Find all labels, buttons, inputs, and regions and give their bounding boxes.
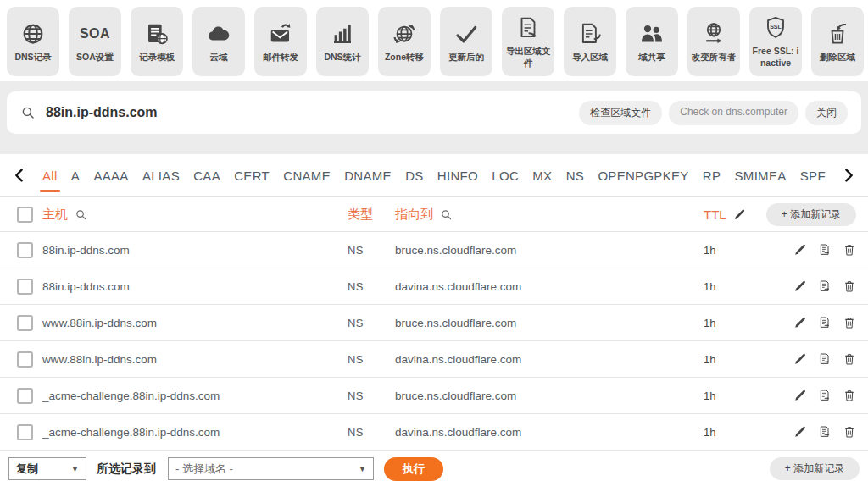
target-domain-select[interactable]: - 选择域名 - ▼ — [168, 457, 374, 480]
toolbar-button-updated[interactable]: 更新后的 — [440, 7, 492, 76]
toolbar-button-label: DNS统计 — [324, 52, 360, 63]
toolbar-button-label: 邮件转发 — [263, 52, 298, 63]
copy-record-icon[interactable] — [818, 243, 832, 257]
toolbar-button-label: 删除区域 — [820, 52, 855, 63]
copy-record-icon[interactable] — [818, 316, 832, 329]
row-type: NS — [348, 280, 395, 293]
tab-mx[interactable]: MX — [532, 169, 552, 183]
toolbar-button-free-ssl[interactable]: Free SSL: inactive — [749, 7, 802, 76]
tab-dname[interactable]: DNAME — [344, 169, 392, 183]
add-new-record-button[interactable]: + 添加新记录 — [766, 203, 856, 226]
tab-ns[interactable]: NS — [566, 169, 584, 183]
row-type: NS — [348, 317, 395, 329]
host-search-icon[interactable] — [75, 208, 87, 221]
value-search-icon[interactable] — [440, 208, 453, 221]
copy-record-icon[interactable] — [818, 352, 832, 366]
soa-text-icon: SOA — [80, 20, 110, 47]
tab-hinfo[interactable]: HINFO — [437, 169, 478, 183]
copy-record-icon[interactable] — [818, 425, 832, 439]
bulk-action-value: 复制 — [16, 462, 38, 477]
zone-search-bar: 检查区域文件 Check on dns.computer 关闭 — [7, 91, 861, 134]
close-button[interactable]: 关闭 — [805, 101, 848, 125]
tab-caa[interactable]: CAA — [193, 169, 220, 183]
tab-all[interactable]: All — [42, 169, 58, 183]
row-type: NS — [348, 244, 395, 257]
table-row: 88in.ip-ddns.com NS davina.ns.cloudflare… — [0, 268, 868, 305]
edit-record-icon[interactable] — [793, 279, 807, 293]
toolbar-button-dns-stats[interactable]: DNS统计 — [316, 7, 369, 76]
row-ttl: 1h — [704, 317, 763, 329]
toolbar-button-record-templates[interactable]: 记录模板 — [131, 7, 183, 76]
tab-rp[interactable]: RP — [703, 169, 721, 183]
row-ttl: 1h — [704, 280, 763, 293]
row-checkbox[interactable] — [17, 388, 33, 404]
row-ttl: 1h — [704, 426, 763, 439]
toolbar-button-cloud-domains[interactable]: 云域 — [192, 7, 245, 76]
row-checkbox[interactable] — [17, 242, 33, 258]
table-row: www.88in.ip-ddns.com NS davina.ns.cloudf… — [0, 341, 868, 378]
zone-search-input[interactable] — [44, 104, 579, 121]
delete-record-icon[interactable] — [843, 389, 856, 402]
edit-record-icon[interactable] — [793, 425, 807, 439]
tab-ds[interactable]: DS — [405, 169, 423, 183]
toolbar-button-import-zone[interactable]: 导入区域 — [564, 7, 616, 76]
tab-a[interactable]: A — [71, 169, 80, 183]
tab-cert[interactable]: CERT — [234, 169, 270, 183]
toolbar-button-dns-records[interactable]: DNS记录 — [7, 7, 59, 76]
tab-alias[interactable]: ALIAS — [142, 169, 180, 183]
delete-record-icon[interactable] — [843, 316, 856, 329]
delete-record-icon[interactable] — [843, 279, 856, 293]
toolbar-button-label: 导入区域 — [572, 52, 608, 63]
toolbar-button-label: 导出区域文件 — [504, 46, 553, 68]
toolbar-button-zone-transfer[interactable]: Zone转移 — [378, 7, 431, 76]
tab-openpgpkey[interactable]: OPENPGPKEY — [598, 169, 688, 183]
check-zone-file-button[interactable]: 检查区域文件 — [579, 101, 662, 125]
execute-button[interactable]: 执行 — [384, 457, 443, 481]
tab-spf[interactable]: SPF — [800, 169, 826, 183]
tab-smimea[interactable]: SMIMEA — [735, 169, 787, 183]
toolbar-button-label: Free SSL: inactive — [751, 46, 800, 68]
edit-record-icon[interactable] — [793, 352, 807, 366]
check-on-dns-computer-button[interactable]: Check on dns.computer — [669, 101, 798, 125]
edit-record-icon[interactable] — [793, 243, 807, 257]
toolbar-button-mail-forwarding[interactable]: 邮件转发 — [254, 7, 307, 76]
cloud-icon — [206, 20, 231, 47]
row-ttl: 1h — [704, 390, 763, 402]
delete-record-icon[interactable] — [843, 352, 856, 366]
change-owner-icon — [701, 20, 726, 47]
delete-record-icon[interactable] — [843, 243, 856, 257]
mail-forward-icon — [268, 20, 293, 47]
toolbar-button-soa-settings[interactable]: SOA SOA设置 — [69, 7, 121, 76]
table-row: _acme-challenge.88in.ip-ddns.com NS davi… — [0, 414, 868, 451]
chevron-right-icon[interactable] — [841, 168, 856, 183]
tab-aaaa[interactable]: AAAA — [93, 169, 128, 183]
row-type: NS — [348, 390, 395, 402]
chevron-left-icon[interactable] — [12, 168, 27, 183]
toolbar-button-change-owner[interactable]: 改变所有者 — [687, 7, 740, 76]
toolbar-button-label: 更新后的 — [448, 52, 484, 63]
toolbar-button-domain-sharing[interactable]: 域共享 — [626, 7, 678, 76]
bulk-action-select[interactable]: 复制 ▼ — [8, 457, 86, 480]
select-all-checkbox[interactable] — [17, 207, 33, 223]
row-checkbox[interactable] — [17, 351, 33, 368]
toolbar-button-delete-zone[interactable]: 删除区域 — [811, 7, 864, 76]
tab-loc[interactable]: LOC — [492, 169, 519, 183]
add-new-record-button-bottom[interactable]: + 添加新记录 — [770, 457, 860, 480]
dns-zone-editor-page: DNS记录 SOA SOA设置 记录模板 云域 邮件转发 DNS统计 Zone转… — [0, 0, 868, 481]
delete-record-icon[interactable] — [843, 425, 856, 439]
tab-cname[interactable]: CNAME — [283, 169, 331, 183]
globe-icon — [20, 20, 46, 47]
copy-record-icon[interactable] — [818, 389, 832, 402]
row-checkbox[interactable] — [17, 315, 33, 331]
copy-record-icon[interactable] — [818, 279, 832, 293]
edit-record-icon[interactable] — [793, 389, 807, 402]
table-row: 88in.ip-ddns.com NS bruce.ns.cloudflare.… — [0, 232, 868, 268]
toolbar-button-export-zone[interactable]: 导出区域文件 — [502, 7, 554, 76]
row-checkbox[interactable] — [17, 279, 33, 295]
toolbar-button-label: 记录模板 — [139, 52, 175, 63]
row-value: davina.ns.cloudflare.com — [395, 353, 704, 366]
record-type-tabs: All A AAAA ALIAS CAA CERT CNAME DNAME DS… — [0, 154, 868, 197]
ttl-edit-pencil-icon[interactable] — [733, 208, 746, 221]
row-checkbox[interactable] — [17, 424, 33, 440]
edit-record-icon[interactable] — [793, 316, 807, 329]
